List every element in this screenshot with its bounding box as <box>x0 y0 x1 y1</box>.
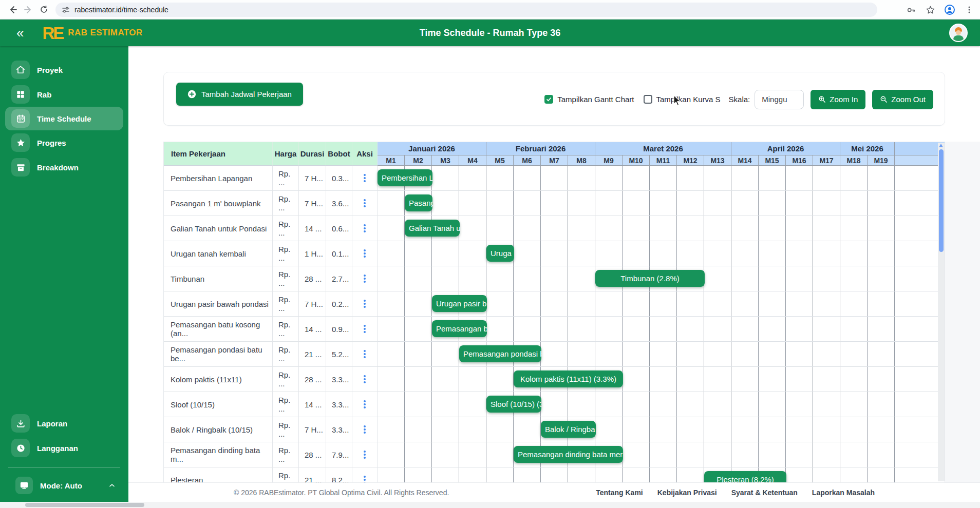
cell-bobot: 3.3... <box>326 392 352 417</box>
sidebar-item-breakdown[interactable]: Breakdown <box>0 155 128 180</box>
cell-harga: Rp. ... <box>273 442 299 467</box>
table-row: Pemasangan pondasi batu be...Rp. ...21 .… <box>164 342 945 367</box>
gantt-bar[interactable]: Sloof (10/15) (3 <box>486 396 541 413</box>
cell-harga: Rp. ... <box>273 216 299 241</box>
gantt-bar[interactable]: Pemasangan dinding bata mera <box>514 446 623 463</box>
row-actions-button[interactable] <box>352 417 378 442</box>
row-actions-button[interactable] <box>352 166 378 191</box>
gantt-checkbox-group: Tampilkan Gantt Chart <box>544 95 634 104</box>
cell-durasi: 28 ... <box>299 367 326 392</box>
browser-back-icon[interactable] <box>5 2 21 17</box>
kebab-menu-icon[interactable] <box>364 451 366 459</box>
browser-forward-icon[interactable] <box>21 2 36 17</box>
url-bar[interactable]: rabestimator.id/time-schedule <box>55 3 877 17</box>
sidebar-item-time-schedule[interactable]: Time Schedule <box>5 107 123 130</box>
kebab-menu-icon[interactable] <box>364 275 366 283</box>
row-actions-button[interactable] <box>352 241 378 266</box>
app-logo[interactable]: RE RAB ESTIMATOR <box>42 25 142 42</box>
gantt-bar[interactable]: Plesteran (8.2%) <box>704 471 786 482</box>
gantt-week-header: M8 <box>568 155 595 166</box>
show-gantt-checkbox[interactable] <box>544 95 553 104</box>
row-actions-button[interactable] <box>352 442 378 467</box>
kebab-menu-icon[interactable] <box>364 476 366 482</box>
gantt-bar[interactable]: Timbunan (2.8%) <box>595 270 705 287</box>
mode-toggle[interactable]: Mode: Auto <box>0 474 128 497</box>
url-text[interactable]: rabestimator.id/time-schedule <box>74 6 168 14</box>
kebab-menu-icon[interactable] <box>364 249 366 258</box>
row-actions-button[interactable] <box>352 291 378 317</box>
footer-link-privasi[interactable]: Kebijakan Privasi <box>657 489 717 497</box>
row-actions-button[interactable] <box>352 467 378 482</box>
gantt-vertical-scrollbar[interactable] <box>938 143 945 481</box>
footer-link-tentang[interactable]: Tentang Kami <box>596 489 643 497</box>
sidebar-item-laporan[interactable]: Laporan <box>0 411 128 436</box>
password-key-icon[interactable] <box>903 2 918 17</box>
gantt-bar[interactable]: Urugan pasir b <box>432 295 487 312</box>
footer-link-syarat[interactable]: Syarat & Ketentuan <box>731 489 798 497</box>
gantt-lane: Timbunan (2.8%) <box>378 266 945 291</box>
gantt-bar[interactable]: Galian Tanah u <box>405 220 460 237</box>
kebab-menu-icon[interactable] <box>364 400 366 408</box>
table-row: Pasangan 1 m' bouwplankRp. ...7 H...3.6.… <box>164 191 945 216</box>
sidebar-item-progres[interactable]: Progres <box>0 130 128 155</box>
sidebar-item-langganan[interactable]: Langganan <box>0 436 128 460</box>
browser-profile-icon[interactable] <box>942 2 957 17</box>
screen: rabestimator.id/time-schedule « RE RAB E… <box>0 0 980 508</box>
cell-bobot: 0.1... <box>326 241 352 266</box>
row-actions-button[interactable] <box>352 191 378 216</box>
show-kurva-checkbox[interactable] <box>644 95 652 104</box>
table-row: Sloof (10/15)Rp. ...14 ...3.3...Sloof (1… <box>164 392 945 417</box>
kebab-menu-icon[interactable] <box>364 174 366 182</box>
gantt-gridlines <box>378 467 895 482</box>
row-actions-button[interactable] <box>352 216 378 241</box>
scrollbar-thumb[interactable] <box>939 149 944 252</box>
row-actions-button[interactable] <box>352 392 378 417</box>
bookmark-star-icon[interactable] <box>922 2 938 17</box>
column-header-bobot: Bobot <box>326 142 352 166</box>
gantt-week-header: M4 <box>459 155 486 166</box>
scale-select[interactable]: Minggu <box>755 90 804 109</box>
table-row: Pembersihan LapanganRp. ...7 H...0.3...P… <box>164 166 945 191</box>
footer-link-masalah[interactable]: Laporkan Masalah <box>812 489 875 497</box>
gantt-bar[interactable]: Balok / Ringba <box>541 421 596 438</box>
kebab-menu-icon[interactable] <box>364 425 366 434</box>
table-row: TimbunanRp. ...28 ...2.7...Timbunan (2.8… <box>164 266 945 291</box>
browser-menu-icon[interactable] <box>962 2 977 17</box>
row-actions-button[interactable] <box>352 342 378 367</box>
gantt-month-header: Februari 2026 <box>486 142 595 155</box>
horizontal-scrollbar-thumb[interactable] <box>25 503 144 507</box>
gantt-bar[interactable]: Pembersihan L <box>378 169 432 186</box>
gantt-bar[interactable]: Pemasangan b <box>432 320 487 337</box>
row-actions-button[interactable] <box>352 266 378 291</box>
cell-item: Timbunan <box>164 266 273 291</box>
show-gantt-label: Tampilkan Gantt Chart <box>557 95 634 104</box>
horizontal-scrollbar[interactable] <box>0 502 980 508</box>
kebab-menu-icon[interactable] <box>364 375 366 383</box>
user-avatar[interactable] <box>949 24 968 42</box>
add-schedule-button[interactable]: Tambah Jadwal Pekerjaan <box>176 83 303 106</box>
sidebar-item-label: Progres <box>37 139 66 147</box>
sidebar-item-rab[interactable]: Rab <box>0 82 128 107</box>
browser-reload-icon[interactable] <box>36 2 51 17</box>
row-actions-button[interactable] <box>352 367 378 392</box>
gantt-bar[interactable]: Kolom paktis (11x11) (3.3%) <box>514 370 623 387</box>
kebab-menu-icon[interactable] <box>364 350 366 358</box>
sidebar-item-proyek[interactable]: Proyek <box>0 57 128 82</box>
gantt-bar[interactable]: Pemasangan pondasi b <box>459 345 541 362</box>
kebab-menu-icon[interactable] <box>364 325 366 333</box>
scrollbar-up-arrow[interactable] <box>939 144 943 147</box>
row-actions-button[interactable] <box>352 317 378 342</box>
kebab-menu-icon[interactable] <box>364 224 366 232</box>
zoom-in-button[interactable]: Zoom In <box>811 90 865 109</box>
kebab-menu-icon[interactable] <box>364 199 366 207</box>
cell-item: Galian Tanah untuk Pondasi <box>164 216 273 241</box>
gantt-lane: Urugan pasir b <box>378 291 945 317</box>
gantt-bar[interactable]: Uruga <box>486 245 514 262</box>
cell-durasi: 21 ... <box>299 342 326 367</box>
gantt-bar[interactable]: Pasang <box>405 194 432 211</box>
gantt-week-header: M7 <box>541 155 568 166</box>
kebab-menu-icon[interactable] <box>364 300 366 308</box>
sidebar-collapse-icon[interactable]: « <box>16 26 24 40</box>
zoom-out-button[interactable]: Zoom Out <box>872 90 933 109</box>
site-settings-icon[interactable] <box>62 6 70 14</box>
